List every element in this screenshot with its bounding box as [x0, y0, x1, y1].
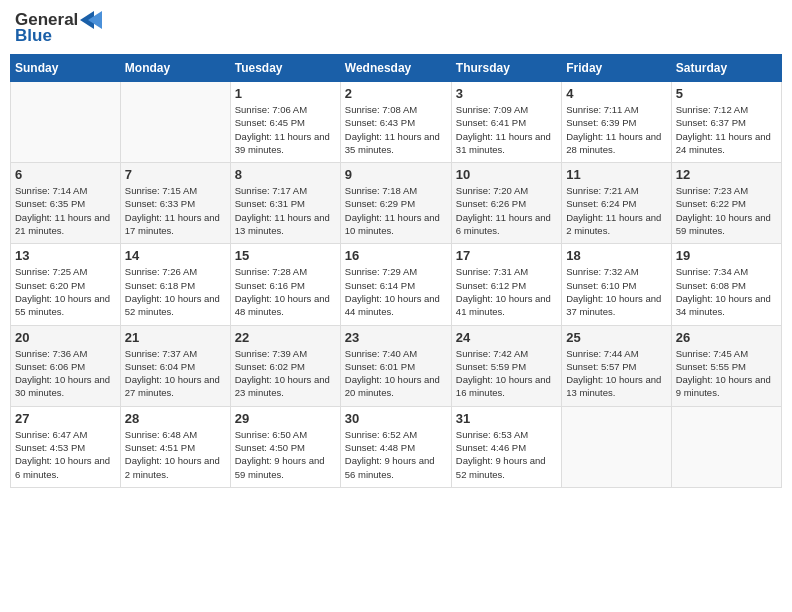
calendar-cell: 22Sunrise: 7:39 AM Sunset: 6:02 PM Dayli…	[230, 325, 340, 406]
day-content: Sunrise: 7:14 AM Sunset: 6:35 PM Dayligh…	[15, 184, 116, 237]
day-number: 3	[456, 86, 557, 101]
calendar-cell: 27Sunrise: 6:47 AM Sunset: 4:53 PM Dayli…	[11, 406, 121, 487]
calendar-cell: 20Sunrise: 7:36 AM Sunset: 6:06 PM Dayli…	[11, 325, 121, 406]
day-number: 22	[235, 330, 336, 345]
day-content: Sunrise: 6:53 AM Sunset: 4:46 PM Dayligh…	[456, 428, 557, 481]
day-number: 30	[345, 411, 447, 426]
day-content: Sunrise: 7:18 AM Sunset: 6:29 PM Dayligh…	[345, 184, 447, 237]
calendar-cell: 13Sunrise: 7:25 AM Sunset: 6:20 PM Dayli…	[11, 244, 121, 325]
calendar-cell: 21Sunrise: 7:37 AM Sunset: 6:04 PM Dayli…	[120, 325, 230, 406]
calendar-cell	[562, 406, 671, 487]
logo: General Blue	[15, 10, 102, 46]
day-number: 4	[566, 86, 666, 101]
logo-blue: Blue	[15, 26, 52, 46]
day-number: 11	[566, 167, 666, 182]
calendar-table: SundayMondayTuesdayWednesdayThursdayFrid…	[10, 54, 782, 488]
day-content: Sunrise: 7:06 AM Sunset: 6:45 PM Dayligh…	[235, 103, 336, 156]
calendar-week-row: 13Sunrise: 7:25 AM Sunset: 6:20 PM Dayli…	[11, 244, 782, 325]
day-content: Sunrise: 7:37 AM Sunset: 6:04 PM Dayligh…	[125, 347, 226, 400]
day-number: 8	[235, 167, 336, 182]
day-number: 29	[235, 411, 336, 426]
day-header-sunday: Sunday	[11, 55, 121, 82]
calendar-cell: 26Sunrise: 7:45 AM Sunset: 5:55 PM Dayli…	[671, 325, 781, 406]
calendar-cell: 10Sunrise: 7:20 AM Sunset: 6:26 PM Dayli…	[451, 163, 561, 244]
calendar-week-row: 27Sunrise: 6:47 AM Sunset: 4:53 PM Dayli…	[11, 406, 782, 487]
day-content: Sunrise: 7:11 AM Sunset: 6:39 PM Dayligh…	[566, 103, 666, 156]
day-content: Sunrise: 7:32 AM Sunset: 6:10 PM Dayligh…	[566, 265, 666, 318]
day-number: 31	[456, 411, 557, 426]
calendar-cell: 11Sunrise: 7:21 AM Sunset: 6:24 PM Dayli…	[562, 163, 671, 244]
day-number: 16	[345, 248, 447, 263]
day-content: Sunrise: 7:36 AM Sunset: 6:06 PM Dayligh…	[15, 347, 116, 400]
day-content: Sunrise: 6:47 AM Sunset: 4:53 PM Dayligh…	[15, 428, 116, 481]
calendar-cell: 2Sunrise: 7:08 AM Sunset: 6:43 PM Daylig…	[340, 82, 451, 163]
day-content: Sunrise: 7:31 AM Sunset: 6:12 PM Dayligh…	[456, 265, 557, 318]
calendar-cell: 25Sunrise: 7:44 AM Sunset: 5:57 PM Dayli…	[562, 325, 671, 406]
page-header: General Blue	[10, 10, 782, 46]
day-content: Sunrise: 7:45 AM Sunset: 5:55 PM Dayligh…	[676, 347, 777, 400]
day-content: Sunrise: 7:34 AM Sunset: 6:08 PM Dayligh…	[676, 265, 777, 318]
calendar-cell: 5Sunrise: 7:12 AM Sunset: 6:37 PM Daylig…	[671, 82, 781, 163]
day-number: 19	[676, 248, 777, 263]
day-content: Sunrise: 7:17 AM Sunset: 6:31 PM Dayligh…	[235, 184, 336, 237]
day-header-monday: Monday	[120, 55, 230, 82]
calendar-cell: 8Sunrise: 7:17 AM Sunset: 6:31 PM Daylig…	[230, 163, 340, 244]
calendar-cell: 4Sunrise: 7:11 AM Sunset: 6:39 PM Daylig…	[562, 82, 671, 163]
day-number: 23	[345, 330, 447, 345]
day-content: Sunrise: 7:15 AM Sunset: 6:33 PM Dayligh…	[125, 184, 226, 237]
day-number: 17	[456, 248, 557, 263]
day-number: 13	[15, 248, 116, 263]
day-content: Sunrise: 7:12 AM Sunset: 6:37 PM Dayligh…	[676, 103, 777, 156]
day-header-tuesday: Tuesday	[230, 55, 340, 82]
day-content: Sunrise: 6:50 AM Sunset: 4:50 PM Dayligh…	[235, 428, 336, 481]
logo-text-block: General Blue	[15, 10, 102, 46]
day-number: 1	[235, 86, 336, 101]
day-content: Sunrise: 7:44 AM Sunset: 5:57 PM Dayligh…	[566, 347, 666, 400]
day-content: Sunrise: 7:21 AM Sunset: 6:24 PM Dayligh…	[566, 184, 666, 237]
calendar-cell: 15Sunrise: 7:28 AM Sunset: 6:16 PM Dayli…	[230, 244, 340, 325]
calendar-cell	[120, 82, 230, 163]
logo-arrow-icon	[80, 11, 102, 29]
day-number: 24	[456, 330, 557, 345]
day-content: Sunrise: 7:20 AM Sunset: 6:26 PM Dayligh…	[456, 184, 557, 237]
day-content: Sunrise: 6:52 AM Sunset: 4:48 PM Dayligh…	[345, 428, 447, 481]
day-number: 21	[125, 330, 226, 345]
day-number: 7	[125, 167, 226, 182]
day-content: Sunrise: 7:40 AM Sunset: 6:01 PM Dayligh…	[345, 347, 447, 400]
day-content: Sunrise: 7:08 AM Sunset: 6:43 PM Dayligh…	[345, 103, 447, 156]
calendar-cell: 17Sunrise: 7:31 AM Sunset: 6:12 PM Dayli…	[451, 244, 561, 325]
day-number: 15	[235, 248, 336, 263]
calendar-cell: 12Sunrise: 7:23 AM Sunset: 6:22 PM Dayli…	[671, 163, 781, 244]
calendar-cell: 18Sunrise: 7:32 AM Sunset: 6:10 PM Dayli…	[562, 244, 671, 325]
calendar-cell: 31Sunrise: 6:53 AM Sunset: 4:46 PM Dayli…	[451, 406, 561, 487]
day-number: 27	[15, 411, 116, 426]
day-number: 26	[676, 330, 777, 345]
calendar-header-row: SundayMondayTuesdayWednesdayThursdayFrid…	[11, 55, 782, 82]
calendar-week-row: 6Sunrise: 7:14 AM Sunset: 6:35 PM Daylig…	[11, 163, 782, 244]
calendar-cell	[11, 82, 121, 163]
day-content: Sunrise: 7:39 AM Sunset: 6:02 PM Dayligh…	[235, 347, 336, 400]
calendar-week-row: 20Sunrise: 7:36 AM Sunset: 6:06 PM Dayli…	[11, 325, 782, 406]
day-number: 28	[125, 411, 226, 426]
day-number: 6	[15, 167, 116, 182]
day-header-saturday: Saturday	[671, 55, 781, 82]
day-content: Sunrise: 7:23 AM Sunset: 6:22 PM Dayligh…	[676, 184, 777, 237]
day-header-thursday: Thursday	[451, 55, 561, 82]
day-header-friday: Friday	[562, 55, 671, 82]
day-content: Sunrise: 7:42 AM Sunset: 5:59 PM Dayligh…	[456, 347, 557, 400]
calendar-cell: 23Sunrise: 7:40 AM Sunset: 6:01 PM Dayli…	[340, 325, 451, 406]
calendar-cell: 7Sunrise: 7:15 AM Sunset: 6:33 PM Daylig…	[120, 163, 230, 244]
day-number: 5	[676, 86, 777, 101]
day-content: Sunrise: 7:26 AM Sunset: 6:18 PM Dayligh…	[125, 265, 226, 318]
day-header-wednesday: Wednesday	[340, 55, 451, 82]
day-content: Sunrise: 7:29 AM Sunset: 6:14 PM Dayligh…	[345, 265, 447, 318]
day-content: Sunrise: 7:25 AM Sunset: 6:20 PM Dayligh…	[15, 265, 116, 318]
calendar-cell: 28Sunrise: 6:48 AM Sunset: 4:51 PM Dayli…	[120, 406, 230, 487]
calendar-cell	[671, 406, 781, 487]
day-number: 10	[456, 167, 557, 182]
day-number: 25	[566, 330, 666, 345]
day-number: 18	[566, 248, 666, 263]
calendar-cell: 6Sunrise: 7:14 AM Sunset: 6:35 PM Daylig…	[11, 163, 121, 244]
day-number: 14	[125, 248, 226, 263]
calendar-cell: 1Sunrise: 7:06 AM Sunset: 6:45 PM Daylig…	[230, 82, 340, 163]
